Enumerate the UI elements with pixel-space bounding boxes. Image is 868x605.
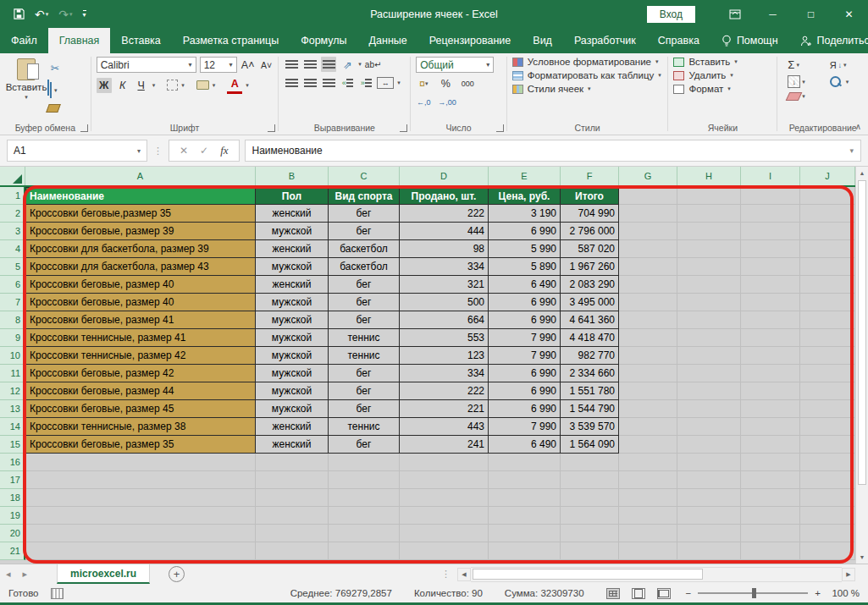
cell-I17[interactable] [741,471,800,489]
increase-font-icon[interactable]: A˄ [240,58,256,73]
row-header-20[interactable]: 20 [0,525,25,542]
cell-D12[interactable]: 222 [400,382,489,400]
new-sheet-button[interactable]: + [169,566,185,582]
cell-E6[interactable]: 6 490 [489,276,561,294]
expand-formula-bar-icon[interactable]: ▾ [849,146,854,155]
cell-G1[interactable] [619,187,677,205]
cell-G14[interactable] [619,418,677,436]
format-painter-button[interactable] [47,101,63,116]
italic-button[interactable]: К [115,78,130,93]
cell-G13[interactable] [619,400,677,418]
cell-F3[interactable]: 2 796 000 [561,223,619,240]
cell-B8[interactable]: мужской [256,311,329,329]
tab-formulas[interactable]: Формулы [290,28,357,53]
cell-I6[interactable] [741,276,800,294]
cell-B3[interactable]: мужской [256,223,329,240]
cell-C2[interactable]: бег [329,205,400,223]
cell-E1[interactable]: Цена, руб. [489,187,561,205]
cell-E4[interactable]: 5 990 [489,240,561,258]
column-header-H[interactable]: H [677,167,741,185]
tab-home[interactable]: Главная [48,28,111,53]
borders-icon[interactable] [167,80,178,91]
cell-J16[interactable] [800,454,855,471]
row-header-14[interactable]: 14 [0,418,25,436]
cell-D19[interactable] [400,507,489,525]
cell-C10[interactable]: теннис [329,347,400,365]
orientation-icon[interactable]: ⇗ [340,57,355,72]
cell-J2[interactable] [800,205,855,223]
close-button[interactable]: ✕ [830,0,868,28]
thousands-format-button[interactable]: 000 [460,76,475,91]
cell-C12[interactable]: бег [329,382,400,400]
column-header-C[interactable]: C [329,167,400,185]
cell-D4[interactable]: 98 [400,240,489,258]
name-box[interactable]: A1▾ [7,140,147,162]
cell-I20[interactable] [741,525,800,542]
cell-C6[interactable]: бег [329,276,400,294]
find-select-button[interactable]: ▾ [830,75,865,88]
sign-in-button[interactable]: Вход [647,6,695,23]
cell-J18[interactable] [800,489,855,507]
tab-view[interactable]: Вид [522,28,563,53]
cell-J5[interactable] [800,258,855,276]
cell-E10[interactable]: 7 990 [489,347,561,365]
cell-F2[interactable]: 704 990 [561,205,619,223]
column-header-D[interactable]: D [400,167,489,185]
fill-button[interactable]: ↓▾ [788,75,821,88]
number-format-combo[interactable]: Общий▾ [416,57,494,73]
cell-E5[interactable]: 5 890 [489,258,561,276]
zoom-slider-thumb[interactable] [752,588,756,598]
cell-I4[interactable] [741,240,800,258]
row-header-2[interactable]: 2 [0,205,25,223]
cell-I5[interactable] [741,258,800,276]
cell-B12[interactable]: мужской [256,382,329,400]
clear-button[interactable]: ▾ [788,92,821,101]
sort-filter-button[interactable]: Я↓▾ [830,58,865,71]
column-header-I[interactable]: I [741,167,800,185]
row-header-9[interactable]: 9 [0,329,25,347]
cell-C20[interactable] [329,525,400,542]
decrease-font-icon[interactable]: A˅ [259,58,274,73]
cell-D3[interactable]: 444 [400,223,489,240]
cell-E13[interactable]: 6 990 [489,400,561,418]
row-header-19[interactable]: 19 [0,507,25,525]
cell-G9[interactable] [619,329,677,347]
tab-scrollbar-splitter[interactable]: ⋮ [441,569,451,580]
cell-G11[interactable] [619,365,677,382]
font-dialog-launcher[interactable] [268,124,275,132]
cell-G2[interactable] [619,205,677,223]
cell-F15[interactable]: 1 564 090 [561,436,619,454]
alignment-dialog-launcher[interactable] [400,124,407,132]
cell-E14[interactable]: 7 990 [489,418,561,436]
ribbon-display-options-icon[interactable] [716,0,754,28]
tab-insert[interactable]: Вставка [110,28,171,53]
cell-C5[interactable]: баскетбол [329,258,400,276]
font-size-combo[interactable]: 12▾ [200,57,237,73]
cell-D21[interactable] [400,542,489,560]
cell-H14[interactable] [677,418,741,436]
cell-E8[interactable]: 6 990 [489,311,561,329]
cell-A15[interactable]: Кроссовки беговые, размер 35 [25,436,256,454]
row-header-1[interactable]: 1 [0,187,25,205]
cell-H6[interactable] [677,276,741,294]
cell-B10[interactable]: мужской [256,347,329,365]
next-sheet-icon[interactable]: ▸ [17,564,34,584]
font-color-icon[interactable]: А [227,76,242,94]
cell-C21[interactable] [329,542,400,560]
formula-input[interactable]: Наименование ▾ [245,140,861,162]
cell-A6[interactable]: Кроссовки беговые, размер 40 [25,276,256,294]
cell-J9[interactable] [800,329,855,347]
cell-D16[interactable] [400,454,489,471]
cell-A1[interactable]: Наименование [25,187,256,205]
cell-D15[interactable]: 241 [400,436,489,454]
bold-button[interactable]: Ж [97,78,112,93]
cell-I1[interactable] [741,187,800,205]
cell-H3[interactable] [677,223,741,240]
cell-E20[interactable] [489,525,561,542]
cell-G19[interactable] [619,507,677,525]
cell-D20[interactable] [400,525,489,542]
redo-button[interactable]: ↷▾ [58,8,72,21]
decrease-indent-icon[interactable]: « [340,75,355,91]
cell-B11[interactable]: мужской [256,365,329,382]
row-header-5[interactable]: 5 [0,258,25,276]
